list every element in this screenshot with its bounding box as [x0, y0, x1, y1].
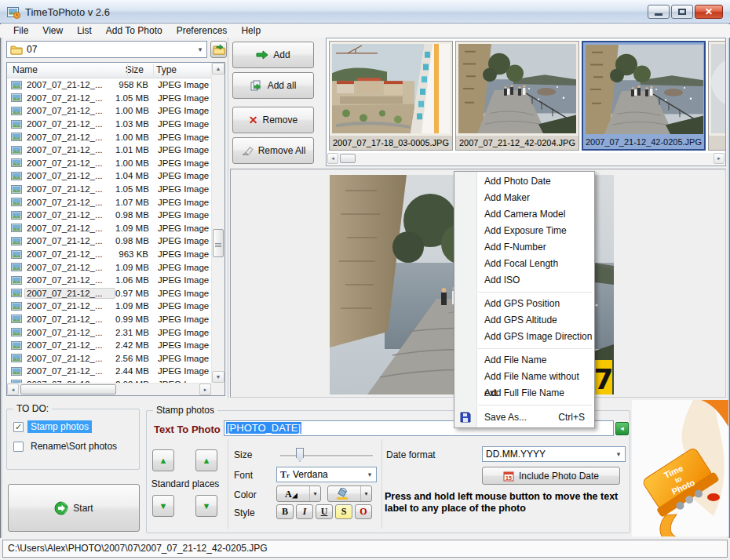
image-file-icon: [11, 120, 22, 129]
table-row[interactable]: 2007_07_21-12_... 963 KB JPEG Image: [7, 248, 211, 261]
menu-item[interactable]: File: [6, 24, 35, 38]
table-row[interactable]: 2007_07_21-12_... 1.07 MB JPEG Image: [7, 195, 211, 209]
column-header-size[interactable]: Size: [92, 64, 144, 75]
folder-combobox[interactable]: 07 ▾: [6, 41, 207, 58]
table-row[interactable]: 2007_07_21-12_... 1.09 MB JPEG Image: [7, 260, 211, 274]
start-button[interactable]: Start: [8, 484, 140, 532]
insert-tag-button[interactable]: ◂: [615, 422, 629, 435]
photo-thumbnail[interactable]: 2007_07_17-18_03-0005.JPG: [329, 41, 453, 151]
file-size: 2.42 MB: [115, 340, 148, 350]
table-row[interactable]: 2007_07_21-12_... 0.98 MB JPEG Image: [7, 209, 211, 222]
checkbox[interactable]: ✓: [13, 422, 24, 432]
table-row[interactable]: 2007_07_21-12_... 1.01 MB JPEG Image: [7, 144, 211, 157]
table-row[interactable]: 2007_07_21-12_... 2.31 MB JPEG Image: [7, 325, 211, 339]
context-menu-save-as[interactable]: Save As... Ctrl+S: [454, 409, 594, 426]
menu-item[interactable]: View: [35, 24, 70, 38]
todo-checkbox-item[interactable]: ✓ Rename\Sort photos: [7, 438, 139, 455]
chevron-down-icon[interactable]: ▾: [194, 45, 206, 53]
add-button[interactable]: Add: [232, 42, 314, 68]
include-photo-date-button[interactable]: 15 Include Photo Date: [482, 467, 620, 485]
chevron-down-icon[interactable]: ▾: [309, 486, 320, 501]
table-row[interactable]: 2007_07_21-12_... 0.98 MB JPEG Image: [7, 235, 211, 248]
table-row[interactable]: 2007_07_21-12_... 1.04 MB JPEG Image: [7, 169, 211, 183]
minimize-button[interactable]: [648, 5, 670, 19]
context-menu-item[interactable]: Add File Name: [454, 352, 594, 369]
table-row[interactable]: 2007_07_21-12_... 1.06 MB JPEG Image: [7, 274, 211, 287]
context-menu-item[interactable]: Add ISO: [454, 272, 594, 289]
table-row[interactable]: 2007_07_21-12_... 2.56 MB JPEG Image: [7, 351, 211, 365]
date-format-combobox[interactable]: DD.MM.YYYY ▾: [482, 446, 626, 462]
context-menu-item[interactable]: Add GPS Position: [454, 296, 594, 312]
table-row[interactable]: 2007_07_21-12_... 2.44 MB JPEG Image: [7, 365, 211, 378]
add-all-button[interactable]: Add all: [232, 72, 314, 99]
context-menu-item[interactable]: Add GPS Altitude: [454, 312, 594, 329]
table-row[interactable]: 2007_07_21-12_... 1.00 MB JPEG Image: [7, 104, 211, 118]
place-top-left-button[interactable]: ▲: [152, 449, 174, 471]
table-row[interactable]: 2007_07_21-12_... 1.09 MB JPEG Image: [7, 222, 211, 235]
scroll-right-button[interactable]: ▸: [714, 153, 725, 164]
remove-all-button[interactable]: Remove All: [232, 137, 314, 164]
font-combobox[interactable]: Tr Verdana ▾: [276, 467, 377, 482]
vertical-scrollbar[interactable]: ▲ ▼: [211, 63, 224, 383]
table-row[interactable]: 2007_07_21-12_... 0.97 MB JPEG Image: [7, 287, 211, 300]
context-menu-item[interactable]: Add Exposure Time: [454, 223, 594, 239]
style-bold-button[interactable]: B: [276, 504, 294, 519]
style-outline-button[interactable]: O: [355, 504, 372, 519]
style-underline-button[interactable]: U: [316, 504, 333, 519]
photo-thumbnail[interactable]: 200: [708, 41, 726, 151]
scrollbar-thumb[interactable]: [340, 154, 356, 163]
context-menu-item[interactable]: Add File Name without ext.: [454, 369, 594, 385]
image-file-icon: [11, 107, 22, 115]
context-menu-item[interactable]: Add Maker: [454, 190, 594, 206]
place-bottom-right-button[interactable]: ▼: [195, 495, 217, 517]
menu-item[interactable]: List: [70, 24, 99, 38]
table-row[interactable]: 2007_07_21-12_... 1.03 MB JPEG Image: [7, 118, 211, 131]
thumbnail-scrollbar[interactable]: ◂ ▸: [327, 153, 725, 165]
menu-item[interactable]: Preferences: [170, 24, 235, 38]
style-italic-button[interactable]: I: [296, 504, 313, 519]
scroll-up-button[interactable]: ▲: [212, 63, 224, 75]
menu-item[interactable]: Help: [234, 24, 268, 38]
table-row[interactable]: 2007_07_21-12_... 1.00 MB JPEG Image: [7, 130, 211, 144]
scrollbar-thumb[interactable]: [20, 384, 116, 395]
place-bottom-left-button[interactable]: ▼: [152, 495, 174, 517]
column-header-type[interactable]: Type: [156, 64, 177, 75]
table-row[interactable]: 2007_07_21-12_... 958 KB JPEG Image: [7, 78, 211, 92]
close-button[interactable]: ✕: [695, 5, 723, 19]
table-row[interactable]: 2007_07_21-12_... 1.09 MB JPEG Image: [7, 300, 211, 313]
table-row[interactable]: 2007_07_21-12_... 2.42 MB JPEG Image: [7, 339, 211, 352]
column-divider[interactable]: [127, 64, 128, 76]
context-menu-item[interactable]: Add Photo Date: [454, 173, 594, 190]
context-menu-item[interactable]: Add F-Number: [454, 239, 594, 256]
remove-button[interactable]: ✕ Remove: [232, 107, 314, 133]
scroll-down-button[interactable]: ▼: [212, 371, 224, 383]
highlight-color-button[interactable]: ▾: [327, 485, 372, 502]
menu-item[interactable]: Add To Photo: [99, 24, 170, 38]
chevron-down-icon[interactable]: ▾: [360, 486, 371, 501]
checkbox[interactable]: ✓: [13, 442, 24, 452]
font-color-button[interactable]: A ▾: [276, 485, 321, 502]
column-header-name[interactable]: Name: [13, 64, 38, 75]
table-row[interactable]: 2007_07_21-12_... 1.00 MB JPEG Image: [7, 157, 211, 170]
context-menu-item[interactable]: Add Full File Name: [454, 385, 594, 402]
scroll-left-button[interactable]: ◂: [327, 153, 338, 164]
photo-thumbnail[interactable]: 2007_07_21-12_42-0205.JPG: [582, 41, 706, 151]
context-menu-item[interactable]: Add Focal Length: [454, 256, 594, 272]
context-menu-item[interactable]: Add Camera Model: [454, 206, 594, 223]
place-top-right-button[interactable]: ▲: [195, 449, 217, 471]
browse-folder-button[interactable]: [210, 41, 227, 58]
photo-thumbnail[interactable]: 2007_07_21-12_42-0204.JPG: [455, 41, 579, 151]
scrollbar-thumb[interactable]: [213, 229, 224, 257]
horizontal-scrollbar[interactable]: ◂ ▸: [7, 383, 211, 395]
style-shadow-button[interactable]: S: [335, 504, 352, 519]
scroll-right-button[interactable]: ▸: [199, 384, 211, 395]
scroll-left-button[interactable]: ◂: [7, 384, 19, 395]
column-divider[interactable]: [153, 64, 154, 76]
context-menu-item[interactable]: Add GPS Image Direction: [454, 329, 594, 345]
table-row[interactable]: 2007_07_21-12_... 1.05 MB JPEG Image: [7, 92, 211, 105]
table-row[interactable]: 2007_07_21-12_... 1.05 MB JPEG Image: [7, 183, 211, 196]
maximize-button[interactable]: [671, 5, 693, 19]
size-slider-track[interactable]: [280, 455, 373, 456]
todo-checkbox-item[interactable]: ✓ Stamp photos: [7, 418, 139, 435]
table-row[interactable]: 2007_07_21-12_... 0.99 MB JPEG Image: [7, 313, 211, 326]
